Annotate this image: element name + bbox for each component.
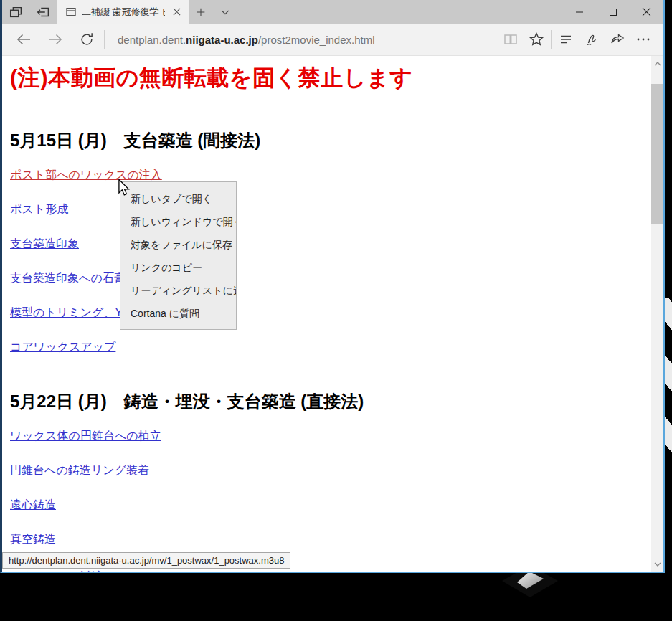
page-favicon [65,6,77,18]
divider [104,30,105,49]
chevron-up-icon [654,61,661,67]
url-field[interactable]: dentplan.dent.niigata-u.ac.jp/prost2movi… [118,34,375,46]
forward-button[interactable] [39,24,71,56]
link-core-impression-gypsum[interactable]: 支台築造印象への石膏 [10,271,126,286]
link-post-formation[interactable]: ポスト形成 [10,202,68,217]
link-centrifugal-casting[interactable]: 遠心鋳造 [10,498,56,513]
url-prefix: dentplan.dent. [118,34,186,46]
url-path: /prost2movie_index.html [258,34,375,46]
forward-arrow-icon [47,31,64,48]
show-tab-previews-button[interactable] [213,0,237,24]
plus-icon [195,6,207,18]
menu-item-copy-link[interactable]: リンクのコピー [120,256,236,279]
link-wax-cone-mounting[interactable]: ワックス体の円錐台への植立 [10,429,161,444]
maximize-icon [609,8,617,16]
link-partial-clipped[interactable]: メタルコアの試適 [10,569,103,572]
address-bar: dentplan.dent.niigata-u.ac.jp/prost2movi… [2,24,663,56]
desktop-background-stripes [664,298,672,477]
scroll-down-button[interactable] [651,558,663,570]
tab-preview-button[interactable] [2,0,29,24]
link-post-wax-injection[interactable]: ポスト部へのワックスの注入 [10,168,162,183]
tabs-set-aside-icon [35,4,51,20]
back-button[interactable] [8,24,39,56]
star-icon [528,31,545,48]
menu-item-save-target[interactable]: 対象をファイルに保存 [120,233,236,256]
menu-item-open-new-tab[interactable]: 新しいタブで開く [120,187,236,210]
menu-item-add-reading-list[interactable]: リーディングリストに追加 [120,279,236,302]
titlebar-drag-area [237,0,562,24]
share-arrow-icon [609,31,626,48]
tabs-set-aside-button[interactable] [29,0,57,24]
warning-heading: (注)本動画の無断転載を固く禁止します [10,63,413,93]
hub-button[interactable] [553,24,579,56]
status-url-tooltip: http://dentplan.dent.niigata-u.ac.jp/mv/… [2,552,290,569]
link-casting-ring[interactable]: 円錐台への鋳造リング装着 [10,463,149,478]
link-core-wax-up[interactable]: コアワックスアップ [10,340,115,355]
menu-item-ask-cortana[interactable]: Cortana に質問 [120,302,236,325]
close-window-button[interactable] [630,0,663,24]
url-domain: niigata-u.ac.jp [186,34,258,46]
share-button[interactable] [605,24,630,56]
page-content: (注)本動画の無断転載を固く禁止します 5月15日 (月) 支台築造 (間接法)… [2,56,663,572]
section-heading-may22: 5月22日 (月) 鋳造・埋没・支台築造 (直接法) [10,390,364,413]
refresh-button[interactable] [71,24,103,56]
web-note-button[interactable] [579,24,605,56]
divider [551,30,552,49]
section-heading-may15: 5月15日 (月) 支台築造 (間接法) [10,129,260,152]
browser-window: 二補綴 歯冠修復学 ビデオ [0,0,665,573]
hub-lines-icon [557,31,574,48]
book-icon [502,31,519,48]
tab-bar: 二補綴 歯冠修復学 ビデオ [2,0,663,24]
minimize-button[interactable] [562,0,596,24]
new-tab-button[interactable] [189,0,213,24]
tab-preview-icon [8,4,24,20]
reading-view-button[interactable] [498,24,524,56]
tab-close-button[interactable] [170,6,183,19]
ellipsis-icon [635,31,652,48]
link-model-trimming[interactable]: 模型のトリミング、Y [10,305,123,321]
scrollbar-thumb[interactable] [651,84,663,224]
add-favorite-button[interactable] [524,24,549,56]
ink-pen-icon [583,31,600,48]
mouse-cursor [117,179,131,196]
tab-title: 二補綴 歯冠修復学 ビデオ [82,6,165,19]
vertical-scrollbar[interactable] [651,56,663,572]
minimize-icon [575,8,584,16]
link-core-impression[interactable]: 支台築造印象 [10,237,79,252]
back-arrow-icon [15,31,32,48]
more-actions-button[interactable] [630,24,656,56]
browser-tab[interactable]: 二補綴 歯冠修復学 ビデオ [57,0,189,24]
chevron-down-icon [654,561,661,567]
menu-item-open-new-window[interactable]: 新しいウィンドウで開く [120,210,236,233]
context-menu: 新しいタブで開く 新しいウィンドウで開く 対象をファイルに保存 リンクのコピー … [120,181,237,330]
chevron-down-icon [219,6,231,18]
scroll-up-button[interactable] [651,57,663,70]
link-vacuum-casting[interactable]: 真空鋳造 [10,532,56,547]
close-icon [173,8,181,16]
maximize-button[interactable] [596,0,630,24]
close-icon [642,7,651,16]
refresh-icon [79,32,95,47]
